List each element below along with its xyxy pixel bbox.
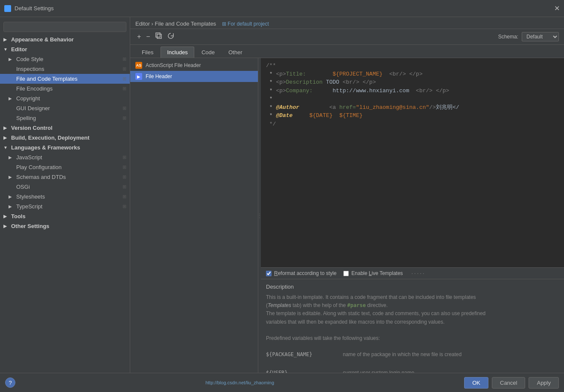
description-title: Description <box>266 284 559 290</box>
sidebar-item-typescript[interactable]: ▶ TypeScript ⊞ <box>0 202 130 211</box>
sidebar-item-file-encodings[interactable]: File Encodings ⊞ <box>0 84 130 94</box>
list-item[interactable]: AS ActionScript File Header <box>130 60 258 71</box>
var-row: ${PACKAGE_NAME} name of the package in w… <box>266 351 559 359</box>
arrow-icon: ▶ <box>3 37 9 42</box>
copy-icon: ⊞ <box>123 194 126 199</box>
content-header: Editor › File and Code Templates ⊞ For d… <box>130 17 564 29</box>
reset-icon <box>167 32 174 39</box>
sidebar-item-gui-designer[interactable]: GUI Designer ⊞ <box>0 103 130 113</box>
sidebar-item-editor[interactable]: ▼ Editor <box>0 44 130 54</box>
arrow-icon: ▶ <box>9 175 14 179</box>
tab-includes[interactable]: Includes <box>161 47 194 58</box>
sidebar-item-label: File and Code Templates <box>16 76 78 82</box>
editor-footer: Reformat according to style Enable Live … <box>261 267 564 279</box>
sidebar-item-other-settings[interactable]: ▶ Other Settings <box>0 221 130 231</box>
schema-area: Schema: Default Project <box>498 32 559 41</box>
sidebar-item-schemas-dtds[interactable]: ▶ Schemas and DTDs ⊞ <box>0 172 130 182</box>
editor-pane: /** * <p>Title: ${PROJECT_NAME} <br/> </… <box>261 58 564 373</box>
copy-icon: ⊞ <box>123 76 126 82</box>
svg-rect-1 <box>156 33 160 37</box>
sidebar-item-inspections[interactable]: Inspections ⊞ <box>0 64 130 74</box>
arrow-icon: ▶ <box>3 135 9 140</box>
arrow-icon: ▶ <box>9 194 14 199</box>
live-templates-label: Enable Live Templates <box>351 270 403 276</box>
copy-icon <box>155 32 162 39</box>
actionscript-icon: AS <box>135 62 142 69</box>
sidebar-item-file-code-templates[interactable]: File and Code Templates ⊞ <box>0 74 130 84</box>
sidebar-item-label: Stylesheets <box>16 193 45 200</box>
svg-rect-0 <box>157 34 161 38</box>
breadcrumb-sep: › <box>152 20 155 27</box>
description-pane: Description This is a built-in template.… <box>261 279 564 373</box>
sidebar-item-osgi[interactable]: OSGi ⊞ <box>0 182 130 192</box>
ok-button[interactable]: OK <box>464 377 488 389</box>
list-item[interactable]: ▶ File Header <box>130 71 258 82</box>
reset-button[interactable] <box>166 32 176 42</box>
schema-label: Schema: <box>498 34 518 40</box>
sidebar-item-play-config[interactable]: Play Configuration ⊞ <box>0 162 130 172</box>
live-templates-checkbox[interactable]: Enable Live Templates <box>343 270 403 276</box>
sidebar-item-stylesheets[interactable]: ▶ Stylesheets ⊞ <box>0 192 130 202</box>
sidebar-item-label: Spelling <box>16 115 36 121</box>
sidebar-item-label: JavaScript <box>16 154 42 161</box>
copy-icon: ⊞ <box>123 105 126 111</box>
sidebar-item-copyright[interactable]: ▶ Copyright <box>0 94 130 103</box>
live-templates-check[interactable] <box>343 271 349 276</box>
sidebar-item-version-control[interactable]: ▶ Version Control <box>0 123 130 133</box>
reformat-check[interactable] <box>266 271 272 276</box>
arrow-icon: ▶ <box>9 96 14 101</box>
tab-code[interactable]: Code <box>195 47 221 58</box>
sidebar-item-label: OSGi <box>16 184 30 190</box>
add-button[interactable]: + <box>135 32 143 41</box>
copy-template-button[interactable] <box>154 32 164 42</box>
app-icon <box>4 5 11 12</box>
arrow-icon: ▶ <box>9 57 14 61</box>
sidebar-item-label: Code Style <box>16 56 44 62</box>
template-list: AS ActionScript File Header ▶ File Heade… <box>130 58 258 373</box>
toolbar: + − Schema: Default Project <box>130 29 564 45</box>
search-input[interactable] <box>3 22 126 32</box>
code-editor[interactable]: /** * <p>Title: ${PROJECT_NAME} <br/> </… <box>261 58 564 267</box>
arrow-icon: ▶ <box>3 224 9 228</box>
cancel-button[interactable]: Cancel <box>492 377 525 389</box>
breadcrumb: Editor › File and Code Templates ⊞ For d… <box>135 20 269 27</box>
sidebar-item-label: Languages & Frameworks <box>11 144 80 151</box>
window-title: Default Settings <box>15 5 54 12</box>
content-area: Editor › File and Code Templates ⊞ For d… <box>130 17 564 373</box>
sidebar-item-label: Version Control <box>11 125 53 131</box>
sidebar-item-label: GUI Designer <box>16 105 50 111</box>
close-button[interactable]: ✕ <box>554 4 560 12</box>
tab-files[interactable]: Files <box>135 47 160 58</box>
sidebar-item-spelling[interactable]: Spelling ⊞ <box>0 113 130 123</box>
copy-icon: ⊞ <box>123 86 126 91</box>
copy-icon: ⊞ <box>123 155 126 160</box>
sidebar-item-languages[interactable]: ▼ Languages & Frameworks <box>0 143 130 152</box>
arrow-icon: ▼ <box>3 145 9 150</box>
remove-button[interactable]: − <box>144 32 152 41</box>
copy-icon: ⊞ <box>123 66 126 72</box>
sidebar-item-label: Appearance & Behavior <box>11 36 74 43</box>
help-button[interactable]: ? <box>5 377 15 388</box>
reformat-checkbox[interactable]: Reformat according to style <box>266 270 336 276</box>
sidebar-item-code-style[interactable]: ▶ Code Style ⊞ <box>0 54 130 64</box>
sidebar-item-label: File Encodings <box>16 85 53 92</box>
tab-other[interactable]: Other <box>222 47 249 58</box>
arrow-icon: ▶ <box>3 214 9 219</box>
schema-select[interactable]: Default Project <box>522 32 559 41</box>
sidebar-item-tools[interactable]: ▶ Tools <box>0 211 130 221</box>
copy-icon: ⊞ <box>123 184 126 190</box>
template-item-label: File Header <box>146 73 172 79</box>
template-item-label: ActionScript File Header <box>146 62 201 68</box>
sidebar-item-build-exec[interactable]: ▶ Build, Execution, Deployment <box>0 133 130 143</box>
sidebar-item-label: Editor <box>11 46 27 53</box>
file-header-icon: ▶ <box>135 73 142 80</box>
bottom-url: http://blog.csdn.net/liu_zhaoming <box>205 380 274 385</box>
breadcrumb-part2: File and Code Templates <box>155 20 216 27</box>
sidebar-item-label: Other Settings <box>11 223 50 229</box>
copy-icon: ⊞ <box>123 164 126 170</box>
arrow-icon: ▼ <box>3 47 9 52</box>
sidebar-item-appearance[interactable]: ▶ Appearance & Behavior <box>0 35 130 44</box>
title-bar: Default Settings ✕ <box>0 0 564 17</box>
sidebar-item-javascript[interactable]: ▶ JavaScript ⊞ <box>0 152 130 162</box>
apply-button[interactable]: Apply <box>529 377 559 389</box>
